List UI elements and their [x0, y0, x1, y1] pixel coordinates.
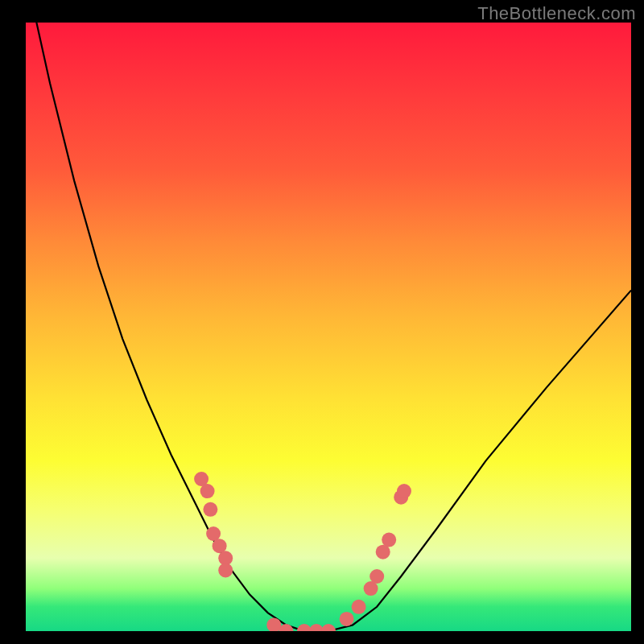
data-marker — [382, 533, 396, 547]
data-marker — [203, 502, 217, 517]
data-marker — [352, 600, 366, 614]
curve-layer — [26, 23, 631, 631]
data-marker — [200, 484, 215, 498]
data-marker — [218, 563, 233, 577]
data-marker — [397, 484, 411, 498]
chart-stage: TheBottleneck.com — [0, 0, 644, 644]
data-marker — [340, 612, 354, 626]
data-marker — [369, 569, 384, 584]
plot-area — [26, 23, 631, 631]
watermark-text: TheBottleneck.com — [477, 3, 636, 24]
bottleneck-curve — [26, 23, 631, 631]
data-marker — [321, 624, 336, 631]
marker-group — [194, 472, 411, 631]
